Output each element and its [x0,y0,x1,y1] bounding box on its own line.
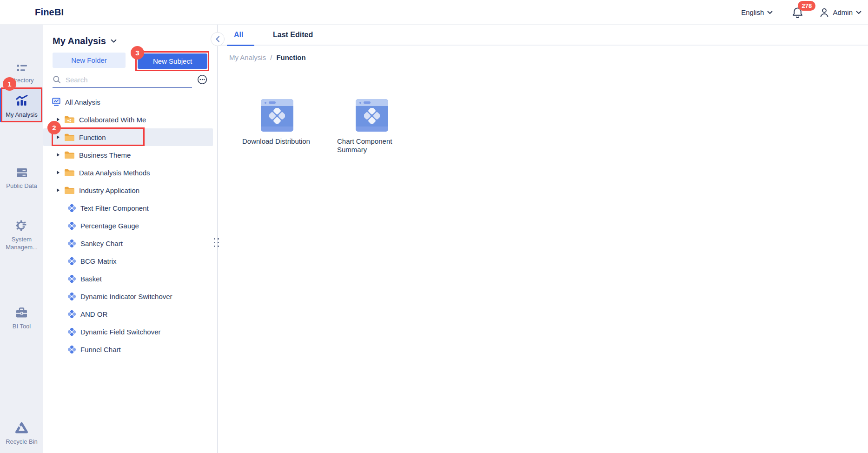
expand-triangle-icon[interactable] [57,188,60,192]
chevron-down-icon [111,39,117,43]
new-folder-button[interactable]: New Folder [53,53,126,68]
subject-card-label: Download Distribution [242,137,312,146]
top-bar: FineBI English 278 Admin [0,0,868,25]
all-analysis-icon [52,98,60,106]
tree-item-dynamic-indicator-switchover[interactable]: Dynamic Indicator Switchover [43,287,218,305]
panel-resize-handle[interactable] [214,238,219,247]
expand-triangle-icon[interactable] [57,118,60,121]
breadcrumb-separator: / [270,53,272,61]
tree-item-label: Industry Application [79,187,139,194]
tree-item-all-analysis[interactable]: All Analysis [43,93,218,111]
analysis-tree: All Analysis Collaborated With Me Functi… [43,93,218,358]
tree-item-collaborated-with-me[interactable]: Collaborated With Me [43,111,218,128]
subject-diamond-icon [68,328,76,336]
tree-item-business-theme[interactable]: Business Theme [43,146,218,164]
search-input[interactable] [66,76,177,84]
breadcrumb-parent[interactable]: My Analysis [229,53,266,61]
folder-icon [64,151,74,159]
subject-card-label: Chart Component Summary [337,137,407,154]
sidebar-item-label: Directory [8,76,35,84]
notification-count-badge: 278 [798,1,815,11]
subject-card-download-distribution[interactable]: Download Distribution [242,99,312,154]
active-tab-underline [227,45,254,46]
tree-item-and-or[interactable]: AND OR [43,305,218,323]
directory-icon [16,64,27,72]
subject-diamond-icon [68,257,76,265]
tree-item-label: Business Theme [79,151,131,159]
tree-item-label: AND OR [80,310,107,318]
gear-icon [16,220,27,231]
more-options-button[interactable] [197,74,207,85]
sidebar-item-recycle-bin[interactable]: Recycle Bin [0,422,43,446]
primary-sidebar: Directory My Analysis Public Data [0,25,43,453]
breadcrumb: My Analysis / Function [229,53,306,61]
dashboard-thumbnail-icon [356,99,388,132]
sidebar-item-label: System Managem... [2,235,41,251]
folder-icon [64,186,74,194]
shared-folder-icon [64,115,74,124]
tree-item-label: Data Analysis Methods [79,169,150,177]
subject-diamond-icon [68,204,76,212]
tree-item-text-filter-component[interactable]: Text Filter Component [43,199,218,217]
sidebar-item-label: Public Data [5,182,38,190]
recycle-triangle-icon [15,422,28,433]
analysis-chart-icon [15,95,28,107]
sidebar-item-my-analysis[interactable]: My Analysis [0,95,43,119]
tree-item-label: Funnel Chart [80,346,121,353]
topbar-actions: English 278 Admin [741,0,861,25]
subject-diamond-icon [68,293,76,300]
tab-all[interactable]: All [234,31,243,39]
breadcrumb-current: Function [276,53,305,61]
expand-triangle-icon[interactable] [57,153,60,157]
subject-diamond-icon [68,310,76,318]
language-selector[interactable]: English [741,8,773,16]
tree-item-dynamic-field-switchover[interactable]: Dynamic Field Switchover [43,323,218,340]
expand-triangle-icon[interactable] [57,135,60,139]
analysis-tree-panel: My Analysis New Folder New Subject All [43,25,218,453]
dashboard-thumbnail-icon [261,99,293,132]
panel-title-dropdown[interactable]: My Analysis [53,36,117,47]
notifications-button[interactable]: 278 [792,7,803,19]
tree-item-label: Percentage Gauge [80,222,139,230]
tab-last-edited[interactable]: Last Edited [273,31,313,39]
panel-title: My Analysis [53,36,106,47]
search-bar [53,72,192,88]
tree-item-bcg-matrix[interactable]: BCG Matrix [43,252,218,270]
tree-item-funnel-chart[interactable]: Funnel Chart [43,340,218,358]
expand-triangle-icon[interactable] [57,171,60,174]
tree-item-label: BCG Matrix [80,257,117,265]
subject-card-chart-component-summary[interactable]: Chart Component Summary [337,99,407,154]
sidebar-item-directory[interactable]: Directory [0,64,43,84]
subject-diamond-icon [68,222,76,230]
tree-item-label: Function [79,133,106,141]
sidebar-item-bi-tool[interactable]: BI Tool [0,307,43,330]
collapse-panel-button[interactable] [211,32,225,46]
subject-diamond-icon [68,240,76,247]
sidebar-item-public-data[interactable]: Public Data [0,168,43,190]
tree-item-label: Dynamic Indicator Switchover [80,293,172,300]
chevron-down-icon [856,11,861,14]
folder-icon [64,133,74,141]
tree-item-data-analysis-methods[interactable]: Data Analysis Methods [43,164,218,181]
tree-item-label: Basket [80,275,102,283]
sidebar-item-label: BI Tool [11,322,33,330]
chevron-left-icon [215,36,220,42]
new-subject-button[interactable]: New Subject [138,53,207,69]
subject-diamond-icon [68,346,76,353]
tree-item-percentage-gauge[interactable]: Percentage Gauge [43,217,218,234]
tree-item-basket[interactable]: Basket [43,270,218,287]
finebi-app: FineBI English 278 Admin [0,0,868,453]
tree-item-label: Dynamic Field Switchover [80,328,161,336]
username-label: Admin [833,8,853,16]
tree-item-label: Sankey Chart [80,240,123,247]
tree-item-sankey-chart[interactable]: Sankey Chart [43,234,218,252]
sidebar-item-system-management[interactable]: System Managem... [0,220,43,251]
data-stack-icon [16,168,27,178]
folder-icon [64,168,74,177]
tree-item-industry-application[interactable]: Industry Application [43,181,218,199]
tree-item-label: Text Filter Component [80,204,149,212]
account-menu[interactable]: Admin [819,7,861,18]
tree-item-label: Collaborated With Me [79,116,146,124]
tree-item-label: All Analysis [65,98,100,106]
tree-item-function[interactable]: Function [43,128,213,146]
